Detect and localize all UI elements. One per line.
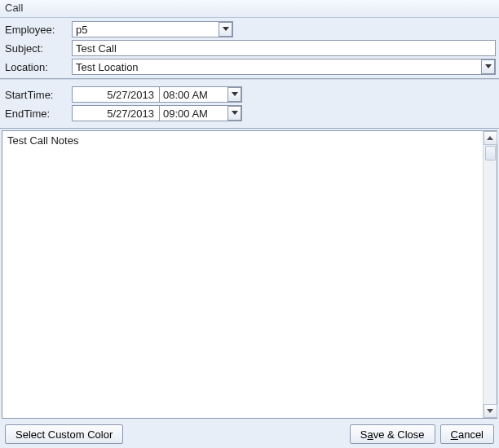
scroll-down-button[interactable] [484,404,497,418]
cancel-button[interactable]: Cancel [440,424,494,444]
start-time-dropdown-button[interactable] [227,87,241,102]
location-combo[interactable]: Test Location [72,59,496,75]
location-value: Test Location [76,61,139,73]
start-date-value: 5/27/2013 [107,89,154,101]
subject-label: Subject: [2,42,72,55]
starttime-label: StartTime: [2,89,72,101]
employee-dropdown-button[interactable] [219,22,232,37]
call-dialog: Call Employee: p5 Subject: Test Call Loc… [0,0,499,448]
cancel-post: ancel [458,428,484,441]
chevron-up-icon [487,136,493,141]
employee-combo[interactable]: p5 [72,21,233,37]
location-label: Location: [2,61,72,73]
window-title: Call [0,0,499,18]
chevron-down-icon [223,27,229,32]
endtime-label: EndTime: [2,108,72,120]
save-close-accel: a [367,428,373,441]
chevron-down-icon [487,409,493,414]
subject-input[interactable]: Test Call [72,40,496,56]
save-close-button[interactable]: Save & Close [350,424,435,444]
employee-value: p5 [76,24,87,36]
chevron-down-icon [232,111,238,116]
start-time-value: 08:00 AM [163,89,208,101]
end-time-combo[interactable]: 09:00 AM [159,105,242,121]
save-close-post: ve & Close [373,428,425,441]
notes-scrollbar[interactable] [483,131,497,418]
end-time-dropdown-button[interactable] [227,106,241,121]
notes-textarea[interactable]: Test Call Notes [2,131,483,418]
notes-area: Test Call Notes [2,130,497,419]
location-dropdown-button[interactable] [481,59,495,74]
time-fields: StartTime: 5/27/2013 08:00 AM EndTime: 5… [0,79,499,129]
select-custom-color-button[interactable]: Select Custom Color [5,424,123,444]
scroll-up-button[interactable] [484,131,497,145]
header-fields: Employee: p5 Subject: Test Call Location… [0,18,499,79]
subject-value: Test Call [76,42,117,55]
start-time-combo[interactable]: 08:00 AM [159,86,242,103]
scroll-thumb[interactable] [485,146,496,160]
save-close-pre: S [360,428,368,441]
start-date-input[interactable]: 5/27/2013 [72,86,160,103]
employee-label: Employee: [2,24,72,36]
cancel-accel: C [451,428,458,441]
end-date-input[interactable]: 5/27/2013 [72,105,160,121]
dialog-footer: Select Custom Color Save & Close Cancel [0,420,499,448]
end-time-value: 09:00 AM [163,108,208,120]
chevron-down-icon [232,92,238,97]
chevron-down-icon [485,64,492,69]
end-date-value: 5/27/2013 [107,108,154,120]
